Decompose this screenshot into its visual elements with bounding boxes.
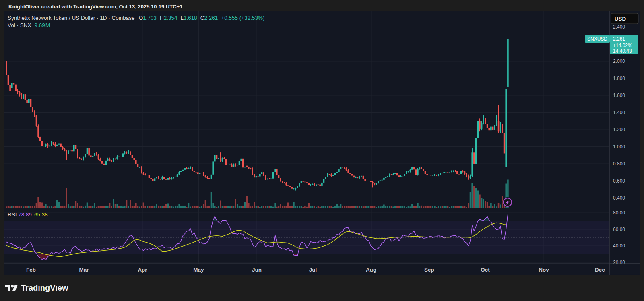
svg-text:14:40:43: 14:40:43 xyxy=(613,48,632,54)
svg-text:1.600: 1.600 xyxy=(613,93,625,98)
svg-text:Mar: Mar xyxy=(79,267,89,273)
svg-text:Sep: Sep xyxy=(424,267,434,273)
svg-text:Jul: Jul xyxy=(309,267,317,273)
svg-text:1.000: 1.000 xyxy=(613,144,625,150)
svg-text:USD: USD xyxy=(615,16,626,22)
svg-text:1.200: 1.200 xyxy=(613,127,625,132)
svg-text:Nov: Nov xyxy=(539,267,549,273)
svg-text:1.400: 1.400 xyxy=(613,110,625,115)
svg-text:Jun: Jun xyxy=(252,267,262,273)
svg-text:0.800: 0.800 xyxy=(613,161,625,167)
svg-text:40.00: 40.00 xyxy=(613,243,625,249)
svg-text:Apr: Apr xyxy=(138,267,147,273)
svg-text:Vol · SNX9.69 M: Vol · SNX9.69 M xyxy=(8,22,50,28)
svg-text:1.800: 1.800 xyxy=(613,76,625,81)
svg-text:60.00: 60.00 xyxy=(613,227,625,232)
svg-text:80.00: 80.00 xyxy=(613,210,625,216)
svg-text:Aug: Aug xyxy=(366,267,376,273)
svg-text:Feb: Feb xyxy=(26,267,36,273)
svg-text:+14.02%: +14.02% xyxy=(613,43,632,48)
svg-text:0.600: 0.600 xyxy=(613,178,625,184)
svg-text:2.261: 2.261 xyxy=(613,36,625,42)
svg-text:SNXUSD: SNXUSD xyxy=(587,36,607,42)
svg-text:Oct: Oct xyxy=(481,267,490,273)
svg-text:KnightOliver created with Trad: KnightOliver created with TradingView.co… xyxy=(8,4,182,10)
svg-text:Dec: Dec xyxy=(595,267,605,273)
svg-text:2.000: 2.000 xyxy=(613,58,625,64)
svg-text:RSI 78.8965.38: RSI 78.8965.38 xyxy=(8,212,48,218)
svg-text:TradingView: TradingView xyxy=(21,283,68,292)
svg-text:2.400: 2.400 xyxy=(613,24,625,30)
svg-text:May: May xyxy=(193,267,204,273)
svg-text:0.400: 0.400 xyxy=(613,195,625,201)
